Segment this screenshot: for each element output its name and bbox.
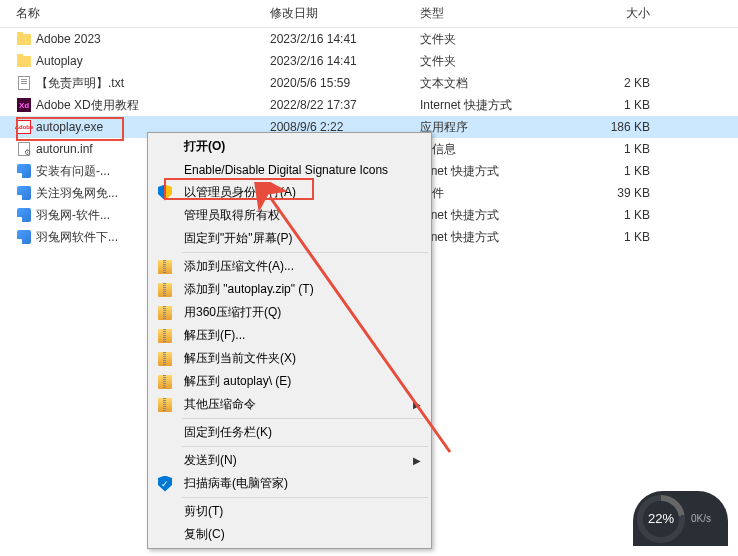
file-type: ernet 快捷方式 [420,229,580,246]
context-menu: 打开(O) Enable/Disable Digital Signature I… [147,132,432,549]
archive-icon [156,373,174,391]
archive-icon [156,304,174,322]
col-size-header[interactable]: 大小 [580,5,680,22]
menu-separator [182,252,428,253]
file-type: 文本文档 [420,75,580,92]
menu-open[interactable]: 打开(O) [150,135,429,158]
inf-file-icon [16,141,32,157]
col-date-header[interactable]: 修改日期 [270,5,420,22]
col-name-header[interactable]: 名称 [0,5,270,22]
file-size: 186 KB [580,120,680,134]
menu-other-archive[interactable]: 其他压缩命令 ▶ [150,393,429,416]
menu-pin-start[interactable]: 固定到"开始"屏幕(P) [150,227,429,250]
file-type: Internet 快捷方式 [420,97,580,114]
file-type: 文件 [420,185,580,202]
file-size: 2 KB [580,76,680,90]
file-type: ernet 快捷方式 [420,207,580,224]
col-type-header[interactable]: 类型 [420,5,580,22]
file-type: ernet 快捷方式 [420,163,580,180]
menu-pin-taskbar[interactable]: 固定到任务栏(K) [150,421,429,444]
shield-icon [156,184,174,202]
shortcut-icon [16,229,32,245]
file-name: Adobe 2023 [36,32,101,46]
file-size: 1 KB [580,142,680,156]
menu-add-archive[interactable]: 添加到压缩文件(A)... [150,255,429,278]
menu-send-to[interactable]: 发送到(N) ▶ [150,449,429,472]
file-type: 文件夹 [420,31,580,48]
xd-icon: Xd [16,97,32,113]
menu-cut[interactable]: 剪切(T) [150,500,429,523]
shortcut-icon [16,163,32,179]
file-size: 1 KB [580,208,680,222]
menu-add-autoplay-zip[interactable]: 添加到 "autoplay.zip" (T) [150,278,429,301]
chevron-right-icon: ▶ [413,455,421,466]
menu-digital-signature[interactable]: Enable/Disable Digital Signature Icons [150,158,429,181]
file-row[interactable]: XdAdobe XD使用教程2022/8/22 17:37Internet 快捷… [0,94,738,116]
menu-take-ownership[interactable]: 管理员取得所有权 [150,204,429,227]
speed-rate: 0K/s [691,512,711,525]
file-date: 2023/2/16 14:41 [270,54,420,68]
file-type: 文件夹 [420,53,580,70]
file-type: 应用程序 [420,119,580,136]
menu-run-as-admin[interactable]: 以管理员身份运行(A) [150,181,429,204]
menu-copy[interactable]: 复制(C) [150,523,429,546]
speed-gauge-icon: 22% [637,495,685,543]
chevron-right-icon: ▶ [413,399,421,410]
folder-icon [16,53,32,69]
menu-extract-to[interactable]: 解压到(F)... [150,324,429,347]
archive-icon [156,327,174,345]
shortcut-icon [16,207,32,223]
file-size: 1 KB [580,98,680,112]
shortcut-icon [16,185,32,201]
file-date: 2020/5/6 15:59 [270,76,420,90]
file-name: 安装有问题-... [36,163,110,180]
file-name: 羽兔网-软件... [36,207,110,224]
file-row[interactable]: 【免责声明】.txt2020/5/6 15:59文本文档2 KB [0,72,738,94]
file-row[interactable]: Adobe 20232023/2/16 14:41文件夹 [0,28,738,50]
folder-icon [16,31,32,47]
file-size: 1 KB [580,230,680,244]
file-type: 装信息 [420,141,580,158]
file-name: 【免责声明】.txt [36,75,124,92]
menu-separator [182,497,428,498]
speed-percent: 22% [648,511,674,526]
file-name: 关注羽兔网免... [36,185,118,202]
file-date: 2023/2/16 14:41 [270,32,420,46]
archive-icon [156,396,174,414]
file-row[interactable]: Autoplay2023/2/16 14:41文件夹 [0,50,738,72]
speed-widget[interactable]: 22% 0K/s [633,491,728,546]
file-name: autoplay.exe [36,120,103,134]
archive-icon [156,258,174,276]
file-size: 1 KB [580,164,680,178]
archive-icon [156,281,174,299]
menu-separator [182,418,428,419]
file-name: autorun.inf [36,142,93,156]
file-name: Autoplay [36,54,83,68]
file-name: Adobe XD使用教程 [36,97,139,114]
file-size: 39 KB [580,186,680,200]
file-name: 羽兔网软件下... [36,229,118,246]
menu-separator [182,446,428,447]
archive-icon [156,350,174,368]
scan-shield-icon: ✓ [156,475,174,493]
menu-extract-current[interactable]: 解压到当前文件夹(X) [150,347,429,370]
menu-open-360[interactable]: 用360压缩打开(Q) [150,301,429,324]
text-file-icon [16,75,32,91]
menu-scan-virus[interactable]: ✓ 扫描病毒(电脑管家) [150,472,429,495]
file-date: 2022/8/22 17:37 [270,98,420,112]
menu-extract-autoplay[interactable]: 解压到 autoplay\ (E) [150,370,429,393]
adobe-icon: Adobe [16,119,32,135]
column-header: 名称 修改日期 类型 大小 [0,0,738,28]
